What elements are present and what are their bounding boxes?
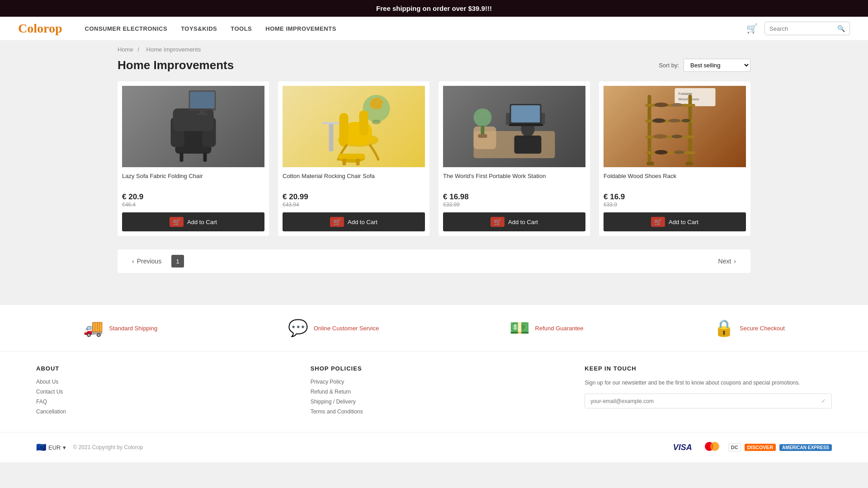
svg-point-47 xyxy=(672,103,683,107)
currency-flag: 🇪🇺 xyxy=(36,442,46,452)
logo-text: Colorop xyxy=(18,21,62,36)
currency-selector[interactable]: 🇪🇺 EUR ▾ xyxy=(36,442,66,452)
svg-point-46 xyxy=(655,103,668,107)
currency-code: EUR xyxy=(48,444,61,451)
logo[interactable]: Colorop xyxy=(18,21,62,36)
amex-icon: AMERICAN EXPRESS xyxy=(779,444,832,451)
product-name-3: The World's First Portable Work Station xyxy=(443,173,585,189)
svg-rect-13 xyxy=(329,124,334,151)
product-card-1: Lazy Sofa Fabric Folding Chair € 20.9 €4… xyxy=(118,81,269,236)
product-name-4: Foldable Wood Shoes Rack xyxy=(604,173,746,189)
newsletter-submit[interactable]: ✓ xyxy=(816,394,831,408)
feature-shipping: 🚚 Standard Shipping xyxy=(83,319,157,338)
footer-main: ABOUT About Us Contact Us FAQ Cancellati… xyxy=(0,351,868,432)
product-name-1: Lazy Sofa Fabric Folding Chair xyxy=(122,173,264,189)
add-to-cart-1[interactable]: 🛒 Add to Cart xyxy=(122,212,264,231)
add-to-cart-3[interactable]: 🛒 Add to Cart xyxy=(443,212,585,231)
svg-rect-21 xyxy=(356,159,360,165)
svg-point-50 xyxy=(682,119,691,122)
svg-rect-5 xyxy=(203,153,207,162)
footer-shipping[interactable]: Shipping / Delivery xyxy=(311,399,558,405)
header: Colorop CONSUMER ELECTRONICS TOYS&KIDS T… xyxy=(0,17,868,41)
nav-home-improvements[interactable]: HOME IMPROVEMENTS xyxy=(265,25,336,32)
svg-point-53 xyxy=(655,150,668,155)
svg-rect-45 xyxy=(646,151,695,154)
feature-secure-label: Secure Checkout xyxy=(740,325,785,332)
product-svg-4: Foldable Wood Shoes Rack xyxy=(604,86,746,167)
footer-policies-title: SHOP POLICIES xyxy=(311,365,558,372)
copyright-text: © 2021 Copyright by Colorop xyxy=(73,444,143,450)
mastercard-svg xyxy=(703,441,721,452)
breadcrumb-current: Home Improvements xyxy=(146,46,201,53)
main-content: Home Improvements Sort by: Best selling … xyxy=(0,58,868,305)
prev-label: Previous xyxy=(137,258,161,265)
footer-newsletter: KEEP IN TOUCH Sign up for our newsletter… xyxy=(585,365,832,418)
currency-chevron: ▾ xyxy=(63,444,66,451)
svg-rect-56 xyxy=(686,162,693,165)
svg-point-52 xyxy=(672,135,683,138)
search-button[interactable]: 🔍 xyxy=(833,22,849,35)
sort-select[interactable]: Best selling Price: Low to High Price: H… xyxy=(684,59,750,72)
discover-icon: DISCOVER xyxy=(745,444,776,451)
top-banner: Free shipping on order over $39.9!!! xyxy=(0,0,868,17)
product-image-2 xyxy=(283,86,425,167)
footer-cancellation[interactable]: Cancellation xyxy=(36,408,283,415)
main-nav: CONSUMER ELECTRONICS TOYS&KIDS TOOLS HOM… xyxy=(85,25,733,32)
feature-refund: 💵 Refund Guarantee xyxy=(509,319,584,338)
add-to-cart-label-1: Add to Cart xyxy=(187,219,217,225)
footer-privacy[interactable]: Privacy Policy xyxy=(311,379,558,385)
svg-rect-7 xyxy=(190,92,215,108)
footer-terms[interactable]: Terms and Conditions xyxy=(311,408,558,415)
footer-about-us[interactable]: About Us xyxy=(36,379,283,385)
feature-refund-label: Refund Guarantee xyxy=(535,325,584,332)
pagination-next[interactable]: Next › xyxy=(713,255,741,267)
cart-icon[interactable]: 🛒 xyxy=(746,23,758,34)
product-svg-3 xyxy=(443,86,585,167)
svg-rect-17 xyxy=(359,111,368,136)
customer-service-icon: 💬 xyxy=(288,319,308,338)
cart-icon-2: 🛒 xyxy=(330,217,344,227)
footer-features: 🚚 Standard Shipping 💬 Online Customer Se… xyxy=(0,305,868,351)
svg-rect-19 xyxy=(338,154,365,159)
secure-icon: 🔒 xyxy=(714,319,734,338)
nav-consumer-electronics[interactable]: CONSUMER ELECTRONICS xyxy=(85,25,168,32)
product-grid: Lazy Sofa Fabric Folding Chair € 20.9 €4… xyxy=(118,81,750,236)
product-name-2: Cotton Material Rocking Chair Sofa xyxy=(283,173,425,189)
feature-shipping-label: Standard Shipping xyxy=(109,325,157,332)
newsletter-input-wrapper: ✓ xyxy=(585,394,832,408)
product-card-2: Cotton Material Rocking Chair Sofa € 20.… xyxy=(278,81,429,236)
footer-refund-return[interactable]: Refund & Return xyxy=(311,389,558,395)
svg-point-33 xyxy=(474,108,492,127)
svg-rect-44 xyxy=(646,136,695,138)
add-to-cart-label-4: Add to Cart xyxy=(669,219,698,225)
add-to-cart-2[interactable]: 🛒 Add to Cart xyxy=(283,212,425,231)
product-image-1 xyxy=(122,86,264,167)
svg-rect-42 xyxy=(646,104,695,107)
footer-contact-us[interactable]: Contact Us xyxy=(36,389,283,395)
pagination-prev[interactable]: ‹ Previous xyxy=(127,255,167,267)
nav-toys-kids[interactable]: TOYS&KIDS xyxy=(181,25,217,32)
svg-rect-9 xyxy=(197,113,208,115)
add-to-cart-4[interactable]: 🛒 Add to Cart xyxy=(604,212,746,231)
product-card-3: The World's First Portable Work Station … xyxy=(439,81,590,236)
breadcrumb-home[interactable]: Home xyxy=(118,46,133,53)
chevron-left-icon: ‹ xyxy=(132,258,134,265)
svg-rect-55 xyxy=(647,162,654,165)
nav-tools[interactable]: TOOLS xyxy=(231,25,252,32)
cart-icon-1: 🛒 xyxy=(170,217,184,227)
newsletter-email-input[interactable] xyxy=(585,394,816,408)
product-original-price-2: €43.94 xyxy=(283,202,425,208)
svg-rect-34 xyxy=(481,126,485,135)
pagination-page-1[interactable]: 1 xyxy=(171,255,184,267)
footer-newsletter-text: Sign up for our newsletter and be the fi… xyxy=(585,379,832,387)
svg-rect-20 xyxy=(343,159,346,165)
breadcrumb: Home / Home Improvements xyxy=(0,41,868,58)
product-original-price-4: €33.9 xyxy=(604,202,746,208)
search-input[interactable] xyxy=(765,23,833,35)
svg-rect-16 xyxy=(340,113,349,147)
pagination: ‹ Previous 1 Next › xyxy=(118,249,750,273)
footer-faq[interactable]: FAQ xyxy=(36,399,283,405)
mastercard-icon xyxy=(699,439,725,455)
banner-text: Free shipping on order over $39.9!!! xyxy=(376,5,492,12)
shipping-icon: 🚚 xyxy=(83,319,104,338)
